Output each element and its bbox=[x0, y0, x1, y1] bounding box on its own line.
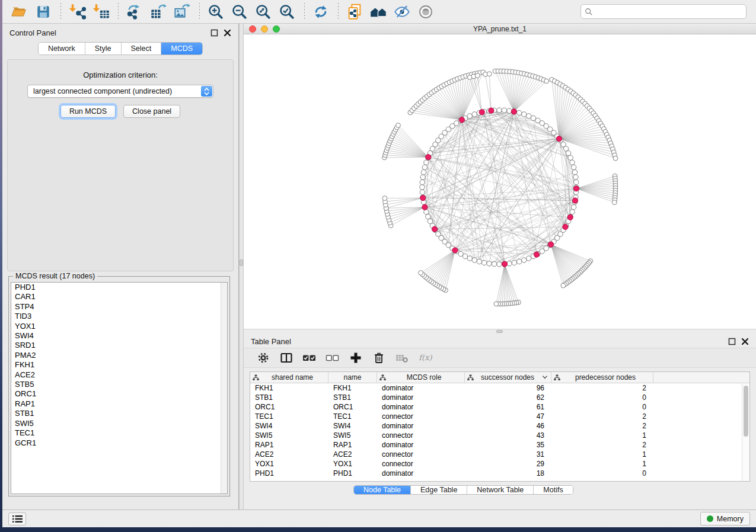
table-settings-button[interactable] bbox=[256, 350, 271, 366]
mcds-result-item[interactable]: SWI4 bbox=[11, 331, 227, 341]
cell[interactable]: FKH1 bbox=[328, 383, 377, 393]
tab-edge-table[interactable]: Edge Table bbox=[411, 486, 467, 494]
cell[interactable]: RAP1 bbox=[328, 440, 377, 450]
cell[interactable]: 1 bbox=[551, 450, 653, 459]
delete-column-button[interactable] bbox=[371, 350, 387, 366]
clone-network-button[interactable] bbox=[344, 2, 365, 21]
table-row[interactable]: YOX1YOX1connector291 bbox=[250, 459, 749, 469]
network-canvas[interactable] bbox=[244, 34, 756, 329]
table-row[interactable]: ACE2ACE2connector311 bbox=[250, 450, 749, 459]
cell[interactable]: TEC1 bbox=[250, 412, 328, 421]
mcds-result-item[interactable]: STP4 bbox=[11, 302, 227, 312]
cell[interactable]: dominator bbox=[377, 469, 465, 478]
mcds-list-scrollbar[interactable] bbox=[221, 283, 227, 493]
cell[interactable]: YOX1 bbox=[250, 459, 328, 469]
cell[interactable]: dominator bbox=[377, 383, 465, 393]
cell[interactable]: 0 bbox=[551, 402, 653, 412]
cell[interactable]: 0 bbox=[551, 393, 653, 402]
cell[interactable]: YOX1 bbox=[328, 459, 377, 469]
cell[interactable]: PHD1 bbox=[328, 469, 377, 478]
cell[interactable]: PHD1 bbox=[250, 469, 328, 478]
mcds-result-item[interactable]: TEC1 bbox=[11, 428, 227, 438]
table-row[interactable]: SWI4SWI4dominator462 bbox=[250, 421, 749, 431]
tab-mcds[interactable]: MCDS bbox=[161, 43, 202, 55]
cell[interactable]: SWI5 bbox=[250, 431, 328, 440]
cell[interactable]: 96 bbox=[465, 383, 551, 393]
cell[interactable]: 46 bbox=[465, 421, 551, 431]
table-row[interactable]: ORC1ORC1dominator610 bbox=[250, 402, 749, 412]
table-scrollbar[interactable] bbox=[742, 384, 749, 481]
cell[interactable]: 43 bbox=[465, 431, 551, 440]
float-panel-icon[interactable] bbox=[728, 338, 736, 345]
table-row[interactable]: TEC1TEC1connector472 bbox=[250, 412, 749, 421]
cell[interactable]: STB1 bbox=[328, 393, 377, 402]
cell[interactable]: ACE2 bbox=[250, 450, 328, 459]
mcds-result-item[interactable]: ORC1 bbox=[11, 389, 227, 399]
zoom-fit-button[interactable] bbox=[253, 2, 273, 21]
cell[interactable]: ORC1 bbox=[250, 402, 328, 412]
table-row[interactable]: RAP1RAP1dominator352 bbox=[250, 440, 749, 450]
cell[interactable]: TEC1 bbox=[328, 412, 377, 421]
cell[interactable]: SWI4 bbox=[250, 421, 328, 431]
cell[interactable]: ORC1 bbox=[328, 402, 377, 412]
cell[interactable]: 1 bbox=[551, 459, 653, 469]
task-history-button[interactable] bbox=[8, 512, 26, 525]
zoom-selected-button[interactable] bbox=[277, 2, 297, 21]
tab-style[interactable]: Style bbox=[85, 43, 122, 55]
cell[interactable]: 0 bbox=[551, 469, 653, 478]
cell[interactable]: 31 bbox=[465, 450, 551, 459]
cell[interactable]: ACE2 bbox=[328, 450, 377, 459]
search-input[interactable] bbox=[593, 6, 746, 18]
deselect-all-button[interactable] bbox=[325, 350, 340, 366]
vertical-splitter[interactable] bbox=[239, 24, 244, 509]
open-file-button[interactable] bbox=[9, 2, 30, 21]
cell[interactable]: FKH1 bbox=[250, 383, 328, 393]
close-panel-button[interactable]: Close panel bbox=[123, 105, 180, 118]
column-header-shared-name[interactable]: shared name bbox=[250, 372, 328, 383]
splitter-grip[interactable] bbox=[240, 259, 243, 266]
mcds-result-item[interactable]: PMA2 bbox=[11, 351, 227, 360]
mcds-result-item[interactable]: TID3 bbox=[11, 312, 227, 321]
mcds-result-item[interactable]: FKH1 bbox=[11, 360, 227, 370]
select-all-button[interactable] bbox=[302, 350, 317, 366]
split-table-view-button[interactable] bbox=[279, 350, 294, 366]
cell[interactable]: dominator bbox=[377, 421, 465, 431]
tab-network-table[interactable]: Network Table bbox=[467, 486, 534, 494]
close-panel-icon[interactable] bbox=[741, 338, 749, 345]
tab-select[interactable]: Select bbox=[122, 43, 162, 55]
table-row[interactable]: STB1STB1dominator620 bbox=[250, 393, 749, 402]
cell[interactable]: SWI4 bbox=[328, 421, 377, 431]
mcds-result-item[interactable]: YOX1 bbox=[11, 322, 227, 331]
cell[interactable]: SWI5 bbox=[328, 431, 377, 440]
mcds-result-item[interactable]: ACE2 bbox=[11, 370, 227, 380]
add-column-button[interactable] bbox=[348, 350, 363, 366]
cell[interactable]: 29 bbox=[465, 459, 551, 469]
column-header-successor-nodes[interactable]: successor nodes bbox=[465, 372, 551, 383]
tab-motifs[interactable]: Motifs bbox=[534, 486, 572, 494]
mcds-result-item[interactable]: STB1 bbox=[11, 409, 227, 418]
cell[interactable]: dominator bbox=[377, 393, 465, 402]
cell[interactable]: connector bbox=[377, 450, 465, 459]
memory-button[interactable]: Memory bbox=[700, 512, 750, 525]
save-session-button[interactable] bbox=[33, 2, 53, 21]
cell[interactable]: 1 bbox=[551, 431, 653, 440]
cell[interactable]: 35 bbox=[465, 440, 551, 450]
mcds-result-item[interactable]: GCR1 bbox=[11, 438, 227, 448]
cell[interactable]: 47 bbox=[465, 412, 551, 421]
show-hidden-button[interactable] bbox=[416, 2, 436, 21]
network-window-titlebar[interactable]: YPA_prune.txt_1 bbox=[244, 24, 756, 34]
refresh-layout-button[interactable] bbox=[311, 2, 331, 21]
mcds-result-item[interactable]: RAP1 bbox=[11, 399, 227, 409]
search-box[interactable] bbox=[580, 4, 747, 19]
cell[interactable]: 2 bbox=[551, 383, 653, 393]
network-graph[interactable] bbox=[244, 34, 756, 329]
mcds-result-list[interactable]: PHD1CAR1STP4TID3YOX1SWI4SRD1PMA2FKH1ACE2… bbox=[11, 282, 228, 494]
cell[interactable]: dominator bbox=[377, 440, 465, 450]
table-row[interactable]: PHD1PHD1dominator180 bbox=[250, 469, 749, 478]
tab-network[interactable]: Network bbox=[39, 43, 85, 55]
float-panel-icon[interactable] bbox=[210, 29, 218, 37]
import-network-button[interactable] bbox=[67, 2, 87, 21]
mcds-result-item[interactable]: STB5 bbox=[11, 380, 227, 389]
cell[interactable]: 62 bbox=[465, 393, 551, 402]
cell[interactable]: 61 bbox=[465, 402, 551, 412]
